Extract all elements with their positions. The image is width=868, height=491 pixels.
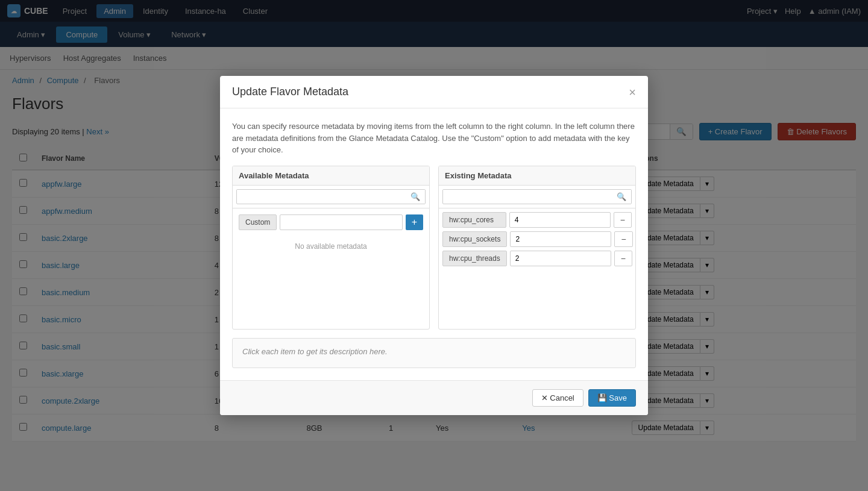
metadata-remove-button-1[interactable]: − [614,231,632,247]
modal-footer: ✕ Cancel 💾 Save [220,380,648,415]
modal-title: Update Flavor Metadata [232,86,348,98]
custom-label: Custom [239,214,277,230]
description-area: Click each item to get its description h… [232,338,636,368]
existing-metadata-item: hw:cpu_sockets − [442,231,632,247]
modal-header: Update Flavor Metadata × [220,76,648,108]
available-metadata-col: Available Metadata 🔍 Custom + [232,166,430,330]
available-metadata-items: Custom + No available metadata [233,208,429,329]
modal-body: You can specify resource metadata by mov… [220,108,648,380]
metadata-remove-button-2[interactable]: − [614,251,632,266]
existing-filter-row: 🔍 [439,186,635,208]
metadata-key-2: hw:cpu_threads [442,251,507,266]
existing-metadata-header: Existing Metadata [439,166,635,186]
metadata-columns: Available Metadata 🔍 Custom + [232,166,636,330]
metadata-value-input-2[interactable] [510,251,611,266]
available-filter-input[interactable] [237,190,406,203]
modal-overlay[interactable]: Update Flavor Metadata × You can specify… [0,0,868,442]
description-hint: Click each item to get its description h… [242,347,626,356]
metadata-remove-button-0[interactable]: − [614,212,632,228]
save-button[interactable]: 💾 Save [588,389,636,407]
existing-filter-input[interactable] [443,190,612,203]
available-filter-row: 🔍 [233,186,429,208]
cancel-button[interactable]: ✕ Cancel [532,389,583,407]
metadata-key-0: hw:cpu_cores [442,212,506,228]
metadata-value-input-0[interactable] [509,212,611,228]
existing-metadata-col: Existing Metadata 🔍 hw:cpu_cores − hw:cp… [438,166,636,330]
existing-filter-icon[interactable]: 🔍 [612,190,631,204]
modal-description: You can specify resource metadata by mov… [232,120,636,156]
no-available-metadata: No available metadata [236,236,426,257]
update-flavor-metadata-modal: Update Flavor Metadata × You can specify… [220,76,648,415]
metadata-value-input-1[interactable] [510,231,611,247]
custom-row: Custom + [236,212,426,233]
custom-add-button[interactable]: + [406,214,423,230]
available-metadata-header: Available Metadata [233,166,429,186]
custom-key-input[interactable] [280,214,402,230]
modal-close-button[interactable]: × [629,86,636,98]
existing-metadata-item: hw:cpu_threads − [442,251,632,266]
available-filter-icon[interactable]: 🔍 [406,190,425,204]
existing-metadata-items: hw:cpu_cores − hw:cpu_sockets − hw:cpu_t… [439,208,635,329]
existing-metadata-item: hw:cpu_cores − [442,212,632,228]
metadata-key-1: hw:cpu_sockets [442,231,507,247]
